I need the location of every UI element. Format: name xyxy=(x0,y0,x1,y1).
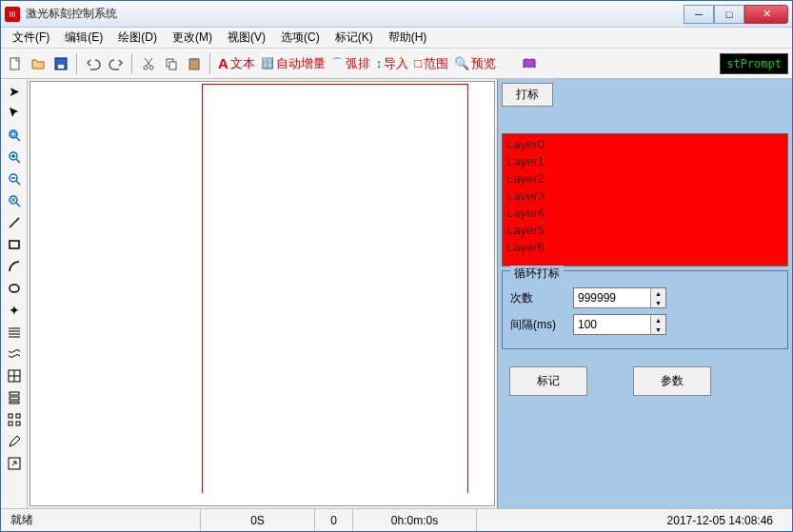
menu-option[interactable]: 选项(C) xyxy=(273,28,327,48)
main-area: ➤ ✦ 打标 Layer0 Lay xyxy=(1,79,792,508)
separator xyxy=(76,53,78,74)
svg-rect-18 xyxy=(10,397,19,400)
menu-view[interactable]: 视图(V) xyxy=(220,28,273,48)
layer-item[interactable]: Layer5 xyxy=(506,222,783,239)
menu-mark[interactable]: 标记(K) xyxy=(327,28,381,48)
zoom-out-icon[interactable] xyxy=(4,168,25,189)
menubar: 文件(F) 编辑(E) 绘图(D) 更改(M) 视图(V) 选项(C) 标记(K… xyxy=(1,28,792,49)
arc-tool[interactable]: ⌒弧排 xyxy=(329,55,372,72)
status-datetime: 2017-12-05 14:08:46 xyxy=(477,509,792,531)
stprompt-indicator: stPrompt xyxy=(720,53,788,74)
param-button[interactable]: 参数 xyxy=(633,366,711,396)
spin-up-icon[interactable]: ▲ xyxy=(651,288,665,298)
menu-draw[interactable]: 绘图(D) xyxy=(110,28,165,48)
svg-rect-0 xyxy=(10,58,19,69)
side-toolbar: ➤ ✦ xyxy=(1,79,28,508)
separator xyxy=(131,53,133,74)
svg-point-3 xyxy=(144,66,148,69)
window-buttons: ─ □ ✕ xyxy=(684,5,788,24)
count-spinbox[interactable]: ▲▼ xyxy=(573,287,666,308)
svg-point-15 xyxy=(10,285,19,292)
paste-icon[interactable] xyxy=(184,53,205,74)
svg-point-4 xyxy=(149,66,153,69)
titlebar: III 激光标刻控制系统 ─ □ ✕ xyxy=(1,1,792,28)
wave-icon[interactable] xyxy=(4,344,25,365)
close-button[interactable]: ✕ xyxy=(744,5,788,24)
export-icon[interactable] xyxy=(4,453,25,474)
count-input[interactable] xyxy=(574,288,650,307)
zoom-fit-icon[interactable] xyxy=(4,125,25,146)
app-window: III 激光标刻控制系统 ─ □ ✕ 文件(F) 编辑(E) 绘图(D) 更改(… xyxy=(0,0,793,532)
svg-rect-6 xyxy=(169,62,176,69)
tab-mark[interactable]: 打标 xyxy=(502,83,553,107)
autoinc-tool[interactable]: 🔢自动增量 xyxy=(259,55,327,72)
menu-help[interactable]: 帮助(H) xyxy=(381,28,435,48)
circle-tool-icon[interactable] xyxy=(4,278,25,299)
rect-tool-icon[interactable] xyxy=(4,234,25,255)
interval-spinbox[interactable]: ▲▼ xyxy=(573,314,666,335)
interval-input[interactable] xyxy=(574,315,650,334)
layer-item[interactable]: Layer1 xyxy=(506,153,783,170)
spin-down-icon[interactable]: ▼ xyxy=(651,298,665,307)
svg-point-9 xyxy=(10,130,17,138)
svg-rect-2 xyxy=(58,65,64,69)
layer-item[interactable]: Layer4 xyxy=(506,205,783,222)
open-file-icon[interactable] xyxy=(28,53,49,74)
svg-rect-21 xyxy=(16,414,20,418)
text-tool[interactable]: A文本 xyxy=(216,55,257,72)
menu-file[interactable]: 文件(F) xyxy=(5,28,57,48)
pointer-icon[interactable]: ➤ xyxy=(4,81,25,102)
grid-align-icon[interactable] xyxy=(4,365,25,386)
zoom-region-icon[interactable] xyxy=(4,190,25,211)
right-panel: 打标 Layer0 Layer1 Layer2 Layer3 Layer4 La… xyxy=(497,79,792,508)
distribute-v-icon[interactable] xyxy=(4,387,25,408)
copy-icon[interactable] xyxy=(161,53,182,74)
import-tool[interactable]: ↕导入 xyxy=(374,55,411,72)
layer-list[interactable]: Layer0 Layer1 Layer2 Layer3 Layer4 Layer… xyxy=(502,133,788,266)
svg-rect-17 xyxy=(10,392,19,395)
align-center-icon[interactable]: ✦ xyxy=(4,300,25,321)
array-icon[interactable] xyxy=(4,409,25,430)
status-count: 0 xyxy=(315,509,353,531)
window-title: 激光标刻控制系统 xyxy=(26,6,684,22)
mark-button[interactable]: 标记 xyxy=(509,366,587,396)
line-tool-icon[interactable] xyxy=(4,212,25,233)
svg-rect-19 xyxy=(10,402,19,404)
hatch-icon[interactable] xyxy=(4,322,25,343)
button-row: 标记 参数 xyxy=(502,366,788,396)
new-file-icon[interactable] xyxy=(5,53,26,74)
layer-item[interactable]: Layer3 xyxy=(506,187,783,205)
svg-rect-23 xyxy=(16,422,20,425)
loop-mark-group: 循环打标 次数 ▲▼ 间隔(ms) ▲▼ xyxy=(502,270,788,349)
menu-modify[interactable]: 更改(M) xyxy=(165,28,220,48)
layer-item[interactable]: Layer6 xyxy=(506,239,783,256)
maximize-button[interactable]: □ xyxy=(714,5,744,24)
spin-up-icon[interactable]: ▲ xyxy=(651,315,665,325)
select-icon[interactable] xyxy=(4,103,25,124)
status-seconds: 0S xyxy=(201,509,315,531)
spin-down-icon[interactable]: ▼ xyxy=(651,325,665,334)
cut-icon[interactable] xyxy=(138,53,159,74)
count-label: 次数 xyxy=(510,290,565,306)
undo-icon[interactable] xyxy=(83,53,104,74)
redo-icon[interactable] xyxy=(106,53,127,74)
pen-tool-icon[interactable] xyxy=(4,431,25,452)
zoom-in-icon[interactable] xyxy=(4,147,25,167)
save-file-icon[interactable] xyxy=(50,53,71,74)
range-tool[interactable]: □范围 xyxy=(412,55,450,72)
layer-item[interactable]: Layer2 xyxy=(506,170,783,187)
svg-rect-14 xyxy=(10,241,19,248)
canvas-boundary xyxy=(202,84,468,493)
svg-rect-8 xyxy=(191,58,197,61)
arc-tool-icon[interactable] xyxy=(4,256,25,277)
layer-item[interactable]: Layer0 xyxy=(506,136,783,153)
preview-tool[interactable]: 🔍预览 xyxy=(452,55,498,72)
book-icon[interactable] xyxy=(519,53,540,74)
canvas[interactable] xyxy=(30,81,495,506)
group-title: 循环打标 xyxy=(510,266,564,282)
app-icon: III xyxy=(5,7,20,22)
menu-edit[interactable]: 编辑(E) xyxy=(57,28,110,48)
svg-rect-10 xyxy=(11,132,15,136)
toolbar: A文本 🔢自动增量 ⌒弧排 ↕导入 □范围 🔍预览 stPrompt xyxy=(1,49,792,79)
minimize-button[interactable]: ─ xyxy=(684,5,714,24)
